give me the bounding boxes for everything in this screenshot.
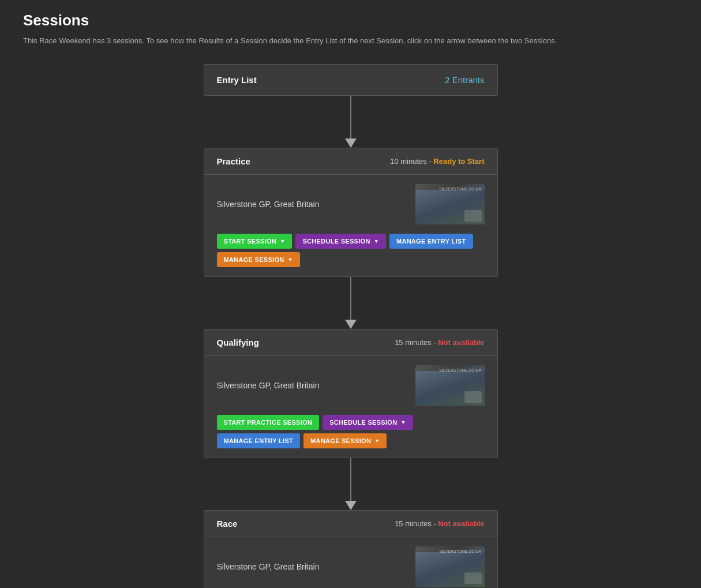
session-name-practice: Practice xyxy=(217,156,250,166)
track-thumbnail-qualifying: SILVERSTONE.CO.UK xyxy=(415,365,485,406)
manage-session-button[interactable]: MANAGE SESSION ▼ xyxy=(217,252,300,267)
session-status-race: Not available xyxy=(438,519,484,528)
start-practice-session-button[interactable]: START PRACTICE SESSION xyxy=(217,415,320,430)
session-name-qualifying: Qualifying xyxy=(217,338,259,347)
session-body-practice: Silverstone GP, Great Britain SILVERSTON… xyxy=(204,175,497,276)
session-track-race: Silverstone GP, Great Britain xyxy=(217,562,320,571)
dropdown-arrow: ▼ xyxy=(280,238,285,244)
session-header-race: Race 15 minutes - Not available xyxy=(204,511,497,537)
page-description: This Race Weekend has 3 sessions. To see… xyxy=(23,35,678,47)
sessions-flow: Entry List 2 Entrants Practice 10 minute… xyxy=(23,64,678,589)
session-header-practice: Practice 10 minutes - Ready to Start xyxy=(204,148,497,175)
dropdown-arrow: ▼ xyxy=(400,420,406,425)
session-track-qualifying: Silverstone GP, Great Britain xyxy=(217,381,320,390)
manage-entry-list-button[interactable]: MANAGE ENTRY LIST xyxy=(217,433,301,448)
session-buttons-practice: START SESSION ▼ SCHEDULE SESSION ▼ MANAG… xyxy=(217,234,485,267)
arrow-line xyxy=(350,277,351,320)
start-session-button[interactable]: START SESSION ▼ xyxy=(217,234,293,249)
session-track-row-qualifying: Silverstone GP, Great Britain SILVERSTON… xyxy=(217,365,485,406)
arrow-head xyxy=(345,320,357,329)
session-card-qualifying: Qualifying 15 minutes - Not available Si… xyxy=(204,329,498,458)
schedule-session-button[interactable]: SCHEDULE SESSION ▼ xyxy=(295,234,385,249)
entry-list-count: 2 Entrants xyxy=(445,75,484,85)
arrow-head xyxy=(345,501,357,510)
session-buttons-qualifying: START PRACTICE SESSION SCHEDULE SESSION … xyxy=(217,415,485,448)
session-header-qualifying: Qualifying 15 minutes - Not available xyxy=(204,329,497,356)
arrow-line xyxy=(350,458,351,501)
session-meta-race: 15 minutes - Not available xyxy=(395,519,484,528)
manage-entry-list-button[interactable]: MANAGE ENTRY LIST xyxy=(389,234,473,249)
session-name-race: Race xyxy=(217,519,238,529)
session-track-row-race: Silverstone GP, Great Britain SILVERSTON… xyxy=(217,546,485,587)
entry-list-card: Entry List 2 Entrants xyxy=(204,64,498,96)
session-meta-qualifying: 15 minutes - Not available xyxy=(395,338,484,347)
session-duration-practice: 10 minutes xyxy=(390,157,427,166)
page-container: Sessions This Race Weekend has 3 session… xyxy=(0,0,701,588)
session-body-qualifying: Silverstone GP, Great Britain SILVERSTON… xyxy=(204,356,497,458)
session-status-qualifying: Not available xyxy=(438,338,484,347)
schedule-session-button[interactable]: SCHEDULE SESSION ▼ xyxy=(323,415,413,430)
session-status-practice: Ready to Start xyxy=(433,157,484,166)
session-duration-qualifying: 15 minutes xyxy=(395,338,432,347)
dropdown-arrow: ▼ xyxy=(374,438,380,444)
page-title: Sessions xyxy=(23,12,678,29)
manage-session-button[interactable]: MANAGE SESSION ▼ xyxy=(303,433,387,448)
arrow-connector-3[interactable] xyxy=(345,458,357,510)
dropdown-arrow: ▼ xyxy=(374,238,379,244)
session-duration-race: 15 minutes xyxy=(395,519,432,528)
track-thumbnail-race: SILVERSTONE.CO.UK xyxy=(415,546,485,587)
entry-list-title: Entry List xyxy=(217,75,257,85)
session-card-race: Race 15 minutes - Not available Silverst… xyxy=(204,510,498,589)
arrow-line xyxy=(350,96,351,138)
arrow-head xyxy=(345,138,357,148)
session-track-practice: Silverstone GP, Great Britain xyxy=(217,200,320,209)
session-track-row-practice: Silverstone GP, Great Britain SILVERSTON… xyxy=(217,184,485,224)
dropdown-arrow: ▼ xyxy=(288,257,293,263)
session-card-practice: Practice 10 minutes - Ready to Start Sil… xyxy=(204,148,498,277)
track-thumbnail-practice: SILVERSTONE.CO.UK xyxy=(415,184,485,224)
session-body-race: Silverstone GP, Great Britain SILVERSTON… xyxy=(204,537,497,589)
arrow-connector-1[interactable] xyxy=(345,96,357,148)
session-meta-practice: 10 minutes - Ready to Start xyxy=(390,157,484,166)
arrow-connector-2[interactable] xyxy=(345,277,357,329)
